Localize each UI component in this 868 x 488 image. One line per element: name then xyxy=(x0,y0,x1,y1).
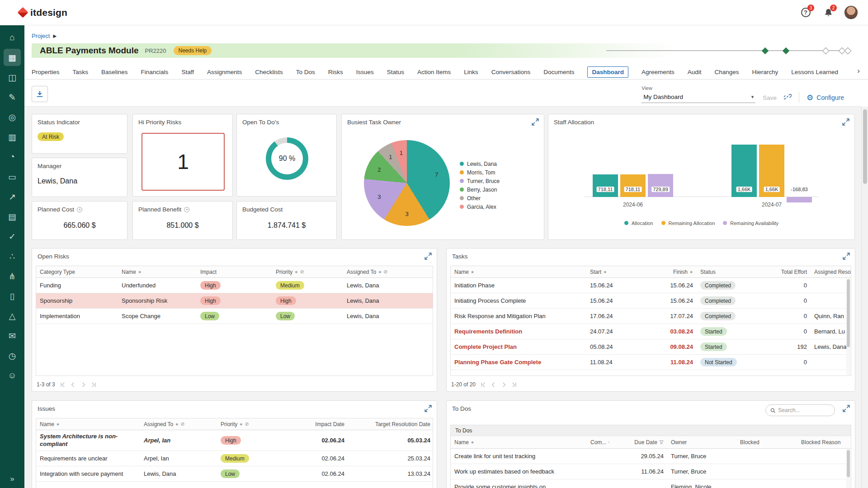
pagination-next-button[interactable] xyxy=(80,382,86,388)
milestone-diamond[interactable] xyxy=(844,47,852,54)
expand-widget-button[interactable] xyxy=(842,118,850,127)
table-row[interactable]: Create link for unit test tracking 29.05… xyxy=(451,449,851,464)
no-filter-icon: ⊘ xyxy=(245,421,249,427)
notifications-button[interactable]: 2 xyxy=(821,6,835,19)
sidebar-item-objectives[interactable]: ◎ xyxy=(4,108,21,126)
user-avatar[interactable] xyxy=(844,5,858,19)
tab-issues[interactable]: Issues xyxy=(356,69,374,75)
milestone-diamond[interactable] xyxy=(762,47,769,54)
tab-financials[interactable]: Financials xyxy=(141,69,169,75)
tab-hierarchy[interactable]: Hierarchy xyxy=(752,69,778,75)
bar-slot: 729,89 xyxy=(648,143,673,197)
table-row[interactable]: Requirements are unclear Arpel, Ian Medi… xyxy=(36,451,433,466)
sidebar-item-team[interactable]: ☺ xyxy=(4,367,21,384)
table-row[interactable]: Work up estimates based on feedback 11.0… xyxy=(451,464,851,479)
configure-button[interactable]: ⚙ Configure xyxy=(807,94,844,103)
tab-changes[interactable]: Changes xyxy=(715,69,739,75)
scrollbar-thumb[interactable] xyxy=(863,109,867,184)
table-row[interactable]: Implementation Scope Change Low Low Lewi… xyxy=(36,309,433,324)
tab-tasks[interactable]: Tasks xyxy=(73,69,89,75)
tab-documents[interactable]: Documents xyxy=(543,69,574,75)
table-row[interactable]: Complete Project Plan 05.08.24 09.08.24 … xyxy=(451,339,851,355)
sidebar-item-workflows[interactable]: ⋔ xyxy=(4,267,21,285)
milestone-diamond[interactable] xyxy=(783,47,790,54)
pagination-prev-button[interactable] xyxy=(491,382,496,388)
tab-properties[interactable]: Properties xyxy=(32,69,60,75)
tab-to-dos[interactable]: To Dos xyxy=(296,69,315,75)
tab-lessons-learned[interactable]: Lessons Learned xyxy=(791,69,838,75)
tab-conversations[interactable]: Conversations xyxy=(491,69,530,75)
pagination-first-button[interactable] xyxy=(60,382,66,388)
expand-widget-button[interactable] xyxy=(425,405,433,413)
breadcrumb-project-link[interactable]: Project xyxy=(32,33,50,39)
bar-slot: 718,11 xyxy=(620,143,646,197)
sidebar-item-home[interactable]: ⌂ xyxy=(4,29,21,46)
sidebar-item-knowledge[interactable]: ▯ xyxy=(4,287,21,305)
sidebar-item-messages[interactable]: ✉ xyxy=(4,327,21,344)
tab-scroll-right-button[interactable]: › xyxy=(857,66,860,75)
dashboard-view-select[interactable]: My Dashboard ▾ xyxy=(642,92,755,103)
tab-checklists[interactable]: Checklists xyxy=(255,69,283,75)
sidebar-item-time[interactable]: ◷ xyxy=(4,347,21,364)
sidebar-item-lab[interactable]: △ xyxy=(4,307,21,324)
sidebar-item-resources[interactable]: ∴ xyxy=(4,248,21,265)
sidebar-item-reports[interactable]: ▥ xyxy=(4,128,21,145)
sidebar-item-screens[interactable]: ▭ xyxy=(4,168,21,185)
sidebar-item-design[interactable]: ✎ xyxy=(4,89,21,106)
tab-risks[interactable]: Risks xyxy=(328,69,343,75)
table-row[interactable]: Initiation Phase 15.06.24 15.06.24 Compl… xyxy=(451,278,851,293)
help-button[interactable]: ? 3 xyxy=(799,6,812,19)
search-input[interactable] xyxy=(778,407,830,413)
scrollbar-thumb[interactable] xyxy=(847,279,850,347)
sidebar-item-plans[interactable]: ▤ xyxy=(4,208,21,225)
chevron-down-icon: ▾ xyxy=(751,94,754,100)
sidebar-item-dashboard[interactable]: ▦ xyxy=(4,49,21,66)
hi-priority-risks-box: 1 xyxy=(142,133,225,191)
tab-assignments[interactable]: Assignments xyxy=(207,69,242,75)
sidebar-item-gauges[interactable]: ◔ xyxy=(4,148,21,165)
table-row[interactable]: Sponsorship Sponsorship Risk High High L… xyxy=(36,293,433,309)
tab-dashboard[interactable]: Dashboard xyxy=(587,66,628,78)
sidebar-item-trends[interactable]: ↗ xyxy=(4,188,21,205)
sidebar-expand-button[interactable]: » xyxy=(0,474,24,483)
tab-audit[interactable]: Audit xyxy=(688,69,702,75)
sidebar-item-scoring[interactable]: ◫ xyxy=(4,69,21,86)
save-button[interactable]: Save xyxy=(763,94,777,103)
table-row[interactable]: Integration with secure payment Lewis, D… xyxy=(36,466,433,482)
expand-widget-button[interactable] xyxy=(843,405,851,413)
milestone-diamond[interactable] xyxy=(822,47,830,54)
expand-widget-button[interactable] xyxy=(425,253,433,261)
impact-badge: Low xyxy=(200,312,219,320)
star-icon: ★ xyxy=(239,422,243,427)
tab-links[interactable]: Links xyxy=(464,69,478,75)
pagination-last-button[interactable] xyxy=(91,382,97,388)
tab-action-items[interactable]: Action Items xyxy=(417,69,451,75)
table-row[interactable]: Risk Response and Mitigation Plan 17.06.… xyxy=(451,309,851,324)
tab-baselines[interactable]: Baselines xyxy=(101,69,128,75)
pagination-first-button[interactable] xyxy=(480,382,486,388)
widget-title: Issues xyxy=(38,405,55,412)
table-row[interactable]: Funding Underfunded High Medium Lewis, D… xyxy=(36,278,433,293)
pagination-prev-button[interactable] xyxy=(70,382,76,388)
expand-widget-button[interactable] xyxy=(843,253,851,261)
export-button[interactable] xyxy=(32,86,48,102)
pie-slice-value: 3 xyxy=(377,193,381,200)
share-link-button[interactable] xyxy=(784,93,792,103)
table-row[interactable]: Provide some customer insights on Flemin… xyxy=(451,479,851,488)
table-row[interactable]: System Architecture is non-compliant Arp… xyxy=(36,430,433,451)
table-row[interactable]: Requirements Definition 24.07.24 03.08.2… xyxy=(451,324,851,339)
table-row[interactable]: Initiating Process Complete 15.06.24 15.… xyxy=(451,293,851,309)
pagination-last-button[interactable] xyxy=(511,382,517,388)
chevrons-right-icon: » xyxy=(10,474,14,483)
sidebar-item-approvals[interactable]: ✓ xyxy=(4,228,21,245)
manager-value: Lewis, Dana xyxy=(38,177,77,185)
tab-staff[interactable]: Staff xyxy=(181,69,194,75)
pagination-next-button[interactable] xyxy=(501,382,507,388)
table-row[interactable]: Planning Phase Gate Complete 11.08.24 11… xyxy=(451,355,851,370)
scrollbar-thumb[interactable] xyxy=(847,450,850,477)
tab-status[interactable]: Status xyxy=(387,69,404,75)
expand-widget-button[interactable] xyxy=(532,118,540,127)
bar-group: 1,66K1,66K-168,83 xyxy=(731,143,812,197)
app-logo[interactable]: itdesign xyxy=(19,7,67,18)
tab-agreements[interactable]: Agreements xyxy=(642,69,675,75)
